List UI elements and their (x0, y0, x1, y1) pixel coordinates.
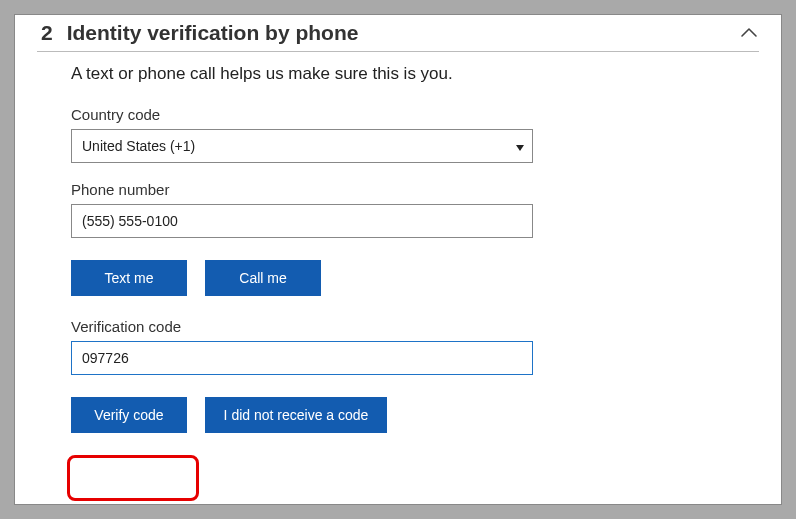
highlight-annotation (67, 455, 199, 501)
section-subtitle: A text or phone call helps us make sure … (71, 64, 719, 84)
phone-number-input[interactable] (71, 204, 533, 238)
dropdown-caret-icon (516, 130, 524, 162)
phone-number-label: Phone number (71, 181, 719, 198)
country-code-selected: United States (+1) (82, 138, 195, 154)
section-body: A text or phone call helps us make sure … (37, 64, 759, 433)
chevron-up-icon[interactable] (739, 23, 759, 43)
identity-verification-panel: 2 Identity verification by phone A text … (14, 14, 782, 505)
verification-code-label: Verification code (71, 318, 719, 335)
step-number: 2 (41, 21, 53, 45)
send-code-button-row: Text me Call me (71, 260, 719, 296)
country-code-select[interactable]: United States (+1) (71, 129, 533, 163)
country-code-label: Country code (71, 106, 719, 123)
section-title: Identity verification by phone (67, 21, 739, 45)
did-not-receive-code-button[interactable]: I did not receive a code (205, 397, 387, 433)
call-me-button[interactable]: Call me (205, 260, 321, 296)
verify-button-row: Verify code I did not receive a code (71, 397, 719, 433)
verification-code-input[interactable] (71, 341, 533, 375)
verify-code-button[interactable]: Verify code (71, 397, 187, 433)
text-me-button[interactable]: Text me (71, 260, 187, 296)
section-header[interactable]: 2 Identity verification by phone (37, 21, 759, 52)
